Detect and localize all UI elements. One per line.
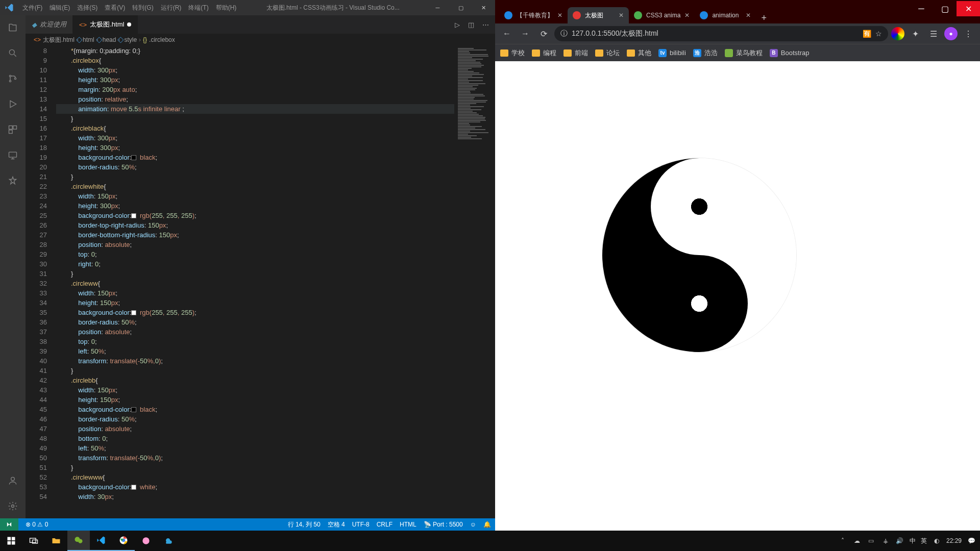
- run-debug-icon[interactable]: [6, 97, 20, 111]
- profile-avatar[interactable]: ●: [944, 27, 958, 40]
- bookmark-item[interactable]: 前端: [564, 48, 588, 58]
- tray-expand-icon[interactable]: ˄: [838, 536, 847, 545]
- bookmark-item[interactable]: 浩浩浩: [693, 48, 718, 58]
- baidu-netdisk-icon[interactable]: [157, 531, 180, 551]
- bookmark-item[interactable]: tvbilibili: [658, 49, 686, 57]
- browser-tab[interactable]: 【千锋教育】✕: [499, 7, 568, 23]
- action-center-icon[interactable]: 💬: [967, 536, 976, 545]
- more-actions-icon[interactable]: ⋯: [482, 21, 489, 29]
- bookmark-label: 其他: [638, 48, 651, 58]
- encoding-indicator[interactable]: UTF-8: [352, 521, 370, 528]
- clock[interactable]: 22:29: [946, 537, 962, 544]
- window-close-button[interactable]: ✕: [957, 1, 980, 16]
- extension-icon[interactable]: [891, 27, 904, 40]
- close-tab-icon[interactable]: ✕: [557, 12, 562, 19]
- split-editor-icon[interactable]: ◫: [468, 21, 474, 29]
- explorer-icon[interactable]: [6, 20, 20, 35]
- cursor-position[interactable]: 行 14, 列 50: [288, 520, 321, 529]
- site-info-icon[interactable]: ⓘ: [560, 29, 568, 38]
- menu-item[interactable]: 帮助(H): [213, 2, 240, 14]
- breadcrumb-item[interactable]: ⃟ html: [81, 36, 94, 43]
- notifications-icon[interactable]: 🔔: [483, 521, 491, 528]
- browser-tab[interactable]: CSS3 anima✕: [629, 7, 695, 23]
- ime-mode[interactable]: 英: [921, 537, 927, 545]
- language-indicator[interactable]: HTML: [400, 521, 416, 528]
- editor-tab-welcome[interactable]: ◆ 欢迎使用: [26, 15, 73, 34]
- chrome-menu-icon[interactable]: ⋮: [961, 26, 976, 41]
- menu-item[interactable]: 转到(G): [129, 2, 156, 14]
- live-server-icon[interactable]: [6, 148, 20, 162]
- live-server-port[interactable]: 📡 Port : 5500: [424, 521, 463, 528]
- menu-item[interactable]: 文件(F): [19, 2, 45, 14]
- bookmark-item[interactable]: BBootstrap: [770, 49, 810, 57]
- code-editor[interactable]: 8910111213141516171819202122232425262728…: [26, 46, 495, 518]
- onedrive-icon[interactable]: ☁: [852, 536, 862, 545]
- battery-icon[interactable]: ▭: [867, 536, 876, 545]
- extensions-icon[interactable]: [6, 122, 20, 137]
- breadcrumb-item[interactable]: {} .circlebox: [143, 36, 175, 43]
- bookmark-item[interactable]: 论坛: [595, 48, 620, 58]
- close-tab-icon[interactable]: ✕: [746, 12, 751, 19]
- menu-item[interactable]: 编辑(E): [46, 2, 73, 14]
- bookmark-star-icon[interactable]: ☆: [875, 30, 882, 38]
- bookmark-icon[interactable]: [6, 173, 20, 188]
- run-icon[interactable]: ▷: [455, 21, 460, 29]
- app-icon[interactable]: [135, 531, 157, 551]
- problems-button[interactable]: ⊗ 0 ⚠ 0: [26, 521, 48, 528]
- feedback-icon[interactable]: ☺: [470, 521, 476, 528]
- browser-tab[interactable]: animation✕: [695, 7, 756, 23]
- file-explorer-icon[interactable]: [45, 531, 67, 551]
- accounts-icon[interactable]: [6, 473, 20, 488]
- close-tab-icon[interactable]: ✕: [619, 12, 624, 19]
- extensions-puzzle-icon[interactable]: ✦: [908, 26, 923, 41]
- window-maximize-button[interactable]: ▢: [449, 0, 472, 15]
- settings-gear-icon[interactable]: [6, 499, 20, 513]
- chrome-titlebar[interactable]: [495, 0, 980, 5]
- source-control-icon[interactable]: [6, 71, 20, 86]
- reload-button[interactable]: ⟳: [536, 26, 551, 41]
- window-maximize-button[interactable]: ▢: [933, 1, 957, 16]
- address-bar[interactable]: ⓘ 127.0.0.1:5500/太极图.html 🈶 ☆: [554, 26, 888, 41]
- ime-indicator[interactable]: 中: [910, 537, 916, 545]
- indent-indicator[interactable]: 空格 4: [328, 520, 345, 529]
- back-button[interactable]: ←: [499, 26, 514, 41]
- start-button[interactable]: [0, 531, 22, 551]
- breadcrumb-item[interactable]: ⃟ head: [101, 36, 116, 43]
- close-tab-icon[interactable]: ✕: [684, 12, 690, 19]
- forward-button[interactable]: →: [518, 26, 533, 41]
- chrome-taskbar-icon[interactable]: [112, 531, 135, 551]
- bookmark-item[interactable]: 其他: [627, 48, 651, 58]
- search-icon[interactable]: [6, 46, 20, 60]
- code-content[interactable]: *{margin: 0;padding: 0;} .circlebox{ wid…: [56, 46, 454, 518]
- minimap[interactable]: [454, 46, 495, 518]
- bookmark-item[interactable]: 编程: [532, 48, 556, 58]
- task-view-button[interactable]: [22, 531, 45, 551]
- breadcrumbs[interactable]: <> 太极图.html›⃟ html›⃟ head›⃟ style›{} .ci…: [26, 34, 495, 46]
- window-minimize-button[interactable]: ─: [910, 1, 933, 16]
- breadcrumb-item[interactable]: <> 太极图.html: [34, 36, 75, 44]
- vscode-taskbar-icon[interactable]: [90, 531, 112, 551]
- menu-item[interactable]: 查看(V): [102, 2, 128, 14]
- wechat-icon[interactable]: [67, 531, 90, 551]
- new-tab-button[interactable]: +: [756, 13, 772, 23]
- browser-tab[interactable]: 太极图✕: [568, 7, 629, 23]
- tab-title: animation: [712, 12, 739, 19]
- bookmark-item[interactable]: 菜鸟教程: [725, 48, 763, 58]
- window-minimize-button[interactable]: ─: [426, 0, 449, 15]
- tray-app-icon[interactable]: ◐: [932, 536, 941, 545]
- translate-icon[interactable]: 🈶: [863, 30, 871, 38]
- bookmark-item[interactable]: 学校: [500, 48, 525, 58]
- remote-indicator[interactable]: [0, 518, 18, 531]
- volume-icon[interactable]: 🔊: [895, 536, 904, 545]
- menu-item[interactable]: 终端(T): [185, 2, 211, 14]
- breadcrumb-item[interactable]: ⃟ style: [122, 36, 137, 43]
- wifi-icon[interactable]: ⚶: [881, 536, 890, 545]
- editor-tab-file[interactable]: <> 太极图.html: [73, 15, 138, 34]
- eol-indicator[interactable]: CRLF: [377, 521, 393, 528]
- menu-item[interactable]: 选择(S): [74, 2, 101, 14]
- window-close-button[interactable]: ✕: [472, 0, 495, 15]
- menu-item[interactable]: 运行(R): [158, 2, 185, 14]
- vscode-titlebar[interactable]: 文件(F)编辑(E)选择(S)查看(V)转到(G)运行(R)终端(T)帮助(H)…: [0, 0, 495, 15]
- reading-list-icon[interactable]: ☰: [926, 26, 941, 41]
- tab-title: CSS3 anima: [646, 12, 680, 19]
